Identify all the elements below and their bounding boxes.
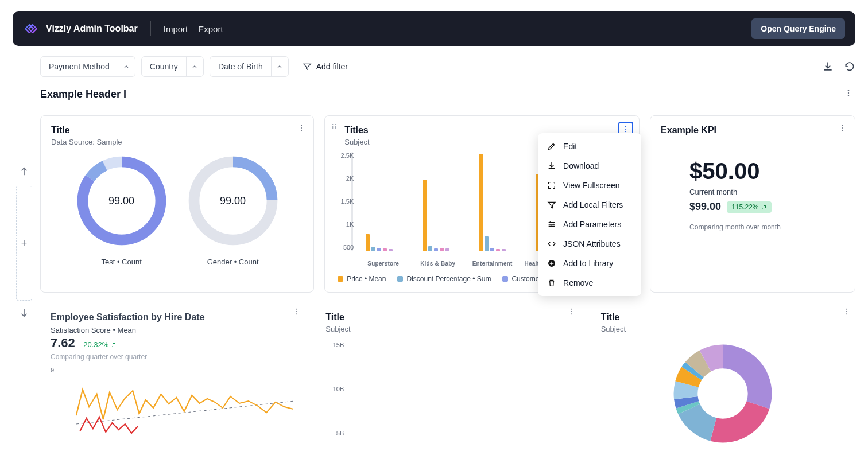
bar-group bbox=[356, 152, 402, 251]
chevron-up-icon[interactable] bbox=[271, 56, 288, 77]
donut-value: 99.00 bbox=[73, 152, 170, 250]
kpi-note: Comparing month over month bbox=[689, 223, 844, 231]
svg-point-19 bbox=[625, 131, 626, 132]
add-filter-label: Add filter bbox=[316, 62, 348, 71]
menu-add-parameters[interactable]: Add Parameters bbox=[538, 215, 641, 234]
card-subtitle: Subject bbox=[601, 325, 845, 333]
y-tick: 2.5K bbox=[336, 152, 354, 159]
svg-point-23 bbox=[842, 130, 843, 131]
y-tick: 500 bbox=[336, 244, 354, 251]
menu-edit[interactable]: Edit bbox=[538, 137, 641, 156]
card-title: Employee Satisfaction by Hire Date bbox=[51, 312, 294, 322]
card-subtitle: Data Source: Sample bbox=[51, 138, 303, 146]
arrow-up-right-icon bbox=[761, 204, 767, 210]
card-donuts: Title Data Source: Sample 99.00 Test • bbox=[40, 115, 314, 293]
stacked-chart: 15B 10B 5B bbox=[346, 339, 569, 437]
card-multi-donut: Title Subject bbox=[591, 303, 855, 448]
sliders-icon bbox=[547, 220, 556, 229]
multi-donut bbox=[601, 339, 845, 448]
bar bbox=[490, 248, 494, 251]
y-tick: 15B bbox=[327, 341, 344, 348]
svg-point-21 bbox=[842, 125, 843, 126]
pencil-icon bbox=[547, 142, 556, 151]
card-menu-icon[interactable] bbox=[840, 305, 853, 320]
svg-point-13 bbox=[332, 126, 334, 127]
svg-point-15 bbox=[332, 127, 334, 129]
filter-date-of-birth[interactable]: Date of Birth bbox=[210, 56, 289, 77]
card-title: Title bbox=[601, 312, 845, 322]
svg-point-31 bbox=[846, 309, 847, 310]
code-icon bbox=[547, 239, 556, 248]
bar bbox=[428, 246, 432, 251]
donut-label: Test • Count bbox=[101, 258, 141, 266]
reorder-gutter: + bbox=[13, 166, 36, 320]
import-link[interactable]: Import bbox=[164, 24, 188, 34]
svg-point-0 bbox=[848, 90, 849, 91]
bar bbox=[423, 180, 427, 251]
trash-icon bbox=[547, 278, 556, 287]
card-menu-icon[interactable] bbox=[290, 305, 303, 320]
card-menu-icon[interactable] bbox=[836, 122, 849, 137]
bar bbox=[371, 247, 375, 251]
kpi-current-label: Current month bbox=[689, 188, 844, 196]
kpi-previous: $99.00 bbox=[689, 201, 721, 213]
filter-label: Country bbox=[142, 62, 186, 71]
export-link[interactable]: Export bbox=[198, 24, 223, 34]
filter-payment-method[interactable]: Payment Method bbox=[40, 56, 135, 77]
svg-point-16 bbox=[335, 127, 336, 129]
card-subtitle: Subject bbox=[326, 325, 569, 333]
menu-add-to-library[interactable]: Add to Library bbox=[538, 254, 641, 273]
svg-point-3 bbox=[301, 125, 302, 126]
card-menu-icon[interactable] bbox=[295, 122, 308, 137]
card-menu-icon[interactable] bbox=[565, 305, 578, 320]
logo-icon bbox=[23, 21, 39, 37]
chevron-up-icon[interactable] bbox=[118, 56, 135, 77]
donut-gender: 99.00 Gender • Count bbox=[184, 152, 282, 266]
y-axis: 2.5K2K1.5K1K500 bbox=[336, 152, 354, 251]
open-query-engine-button[interactable]: Open Query Engine bbox=[751, 18, 845, 39]
menu-add-local-filters[interactable]: Add Local Filters bbox=[538, 195, 641, 215]
svg-point-28 bbox=[571, 309, 572, 310]
card-title: Title bbox=[326, 312, 569, 322]
y-tick: 9 bbox=[51, 367, 54, 374]
move-down-icon[interactable] bbox=[19, 308, 29, 320]
filter-country[interactable]: Country bbox=[141, 56, 204, 77]
x-label: Kids & Baby bbox=[410, 260, 465, 267]
download-icon[interactable] bbox=[822, 61, 834, 72]
kpi-value: $50.00 bbox=[689, 158, 844, 184]
svg-point-17 bbox=[625, 126, 626, 127]
toolbar-divider bbox=[150, 21, 151, 36]
add-filter-button[interactable]: Add filter bbox=[303, 62, 348, 71]
sparkline-chart: 9 bbox=[51, 367, 294, 435]
y-tick: 5B bbox=[327, 430, 344, 437]
logo: Vizzly Admin Toolbar bbox=[23, 21, 138, 37]
svg-point-32 bbox=[846, 311, 847, 312]
fullscreen-icon bbox=[547, 181, 556, 190]
bar bbox=[445, 248, 450, 251]
menu-download[interactable]: Download bbox=[538, 156, 641, 176]
svg-point-12 bbox=[335, 124, 336, 125]
chevron-up-icon[interactable] bbox=[186, 56, 203, 77]
svg-point-25 bbox=[296, 311, 297, 312]
menu-remove[interactable]: Remove bbox=[538, 273, 641, 293]
filter-label: Payment Method bbox=[41, 62, 118, 71]
x-label: Superstore bbox=[356, 260, 410, 267]
filter-icon bbox=[303, 62, 312, 71]
bar bbox=[479, 154, 483, 251]
bar bbox=[383, 248, 387, 251]
y-tick: 1K bbox=[336, 221, 354, 228]
svg-point-14 bbox=[335, 126, 336, 127]
menu-view-fullscreen[interactable]: View Fullscreen bbox=[538, 176, 641, 195]
refresh-icon[interactable] bbox=[844, 61, 855, 72]
menu-json-attributes[interactable]: JSON Attributes bbox=[538, 234, 641, 254]
bar-group bbox=[469, 152, 516, 251]
filter-icon bbox=[547, 200, 556, 209]
section-menu-icon[interactable] bbox=[842, 86, 855, 102]
card-bar-chart: Edit Download View Fullscreen Add Local … bbox=[324, 115, 640, 293]
bar bbox=[485, 236, 489, 251]
y-axis: 15B 10B 5B bbox=[327, 341, 344, 437]
move-up-icon[interactable] bbox=[19, 166, 29, 179]
x-label: Entertainment bbox=[465, 260, 520, 267]
drag-handle-icon[interactable] bbox=[331, 122, 338, 132]
add-row-slot[interactable]: + bbox=[16, 186, 32, 301]
